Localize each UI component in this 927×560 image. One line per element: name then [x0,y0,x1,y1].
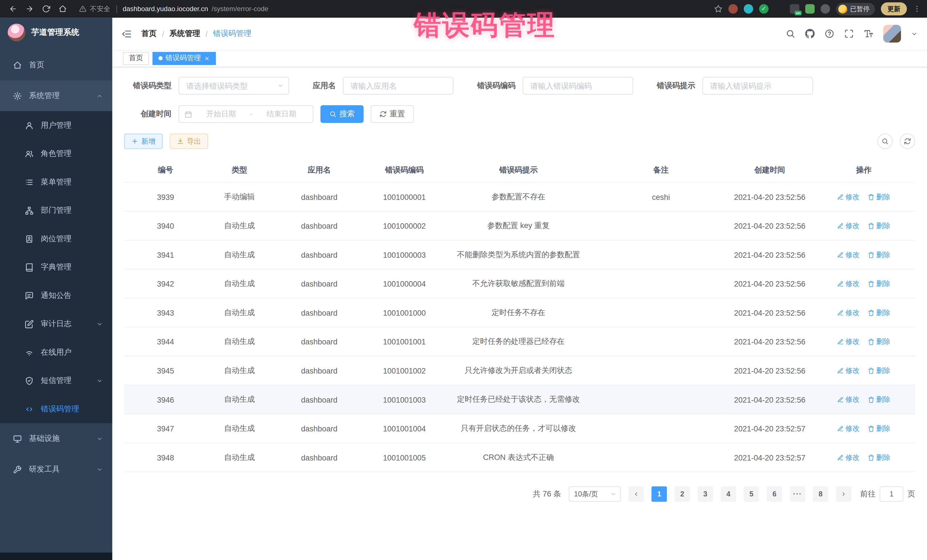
help-icon[interactable] [825,29,834,38]
error-type-select-input[interactable] [179,77,289,94]
edit-link[interactable]: 修改 [837,337,860,346]
browser-update-button[interactable]: 更新 [881,2,907,15]
sidebar-item-dict[interactable]: 字典管理 [0,253,112,281]
sidebar-item-user[interactable]: 用户管理 [0,111,112,140]
search-button[interactable]: 搜索 [320,105,363,123]
edit-link[interactable]: 修改 [837,250,860,260]
github-icon[interactable] [805,29,815,38]
sidebar-item-error-code[interactable]: 错误码管理 [0,395,112,423]
sidebar-item-system[interactable]: 系统管理 [0,80,112,111]
bookmark-star-icon[interactable] [714,5,722,13]
address-bar[interactable]: 不安全 dashboard.yudao.iocoder.cn/system/er… [79,5,712,14]
avatar-caret-icon[interactable] [911,30,918,37]
delete-link[interactable]: 删除 [868,250,891,260]
export-button[interactable]: 导出 [170,134,208,149]
fullscreen-icon[interactable] [844,29,854,38]
browser-home-button[interactable] [56,2,70,15]
browser-menu-icon[interactable] [913,5,921,13]
page-button-2[interactable]: 2 [675,486,690,502]
sidebar-toggle-button[interactable] [122,29,132,39]
sidebar-item-sms[interactable]: 短信管理 [0,366,112,395]
tab-home[interactable]: 首页 [123,52,149,65]
font-size-icon[interactable] [864,29,873,38]
page-size-select[interactable]: 10条/页 [569,486,621,502]
error-code-input[interactable] [523,77,633,94]
edit-link[interactable]: 修改 [837,192,860,202]
browser-reload-button[interactable] [39,2,53,15]
close-icon[interactable] [204,55,210,61]
browser-forward-button[interactable] [23,2,37,15]
delete-link[interactable]: 删除 [868,395,891,405]
add-button[interactable]: 新增 [124,134,163,149]
page-more-button[interactable]: ··· [790,486,805,502]
user-avatar[interactable] [883,25,901,42]
table-row: 3942自动生成dashboard1001000004不允许获取敏感配置到前端2… [124,269,915,298]
page-button-6[interactable]: 6 [767,486,782,502]
extension-icon-5[interactable]: on [790,4,799,14]
end-date-input[interactable] [255,110,307,118]
page-button-3[interactable]: 3 [698,486,713,502]
delete-link-label: 删除 [876,337,891,346]
delete-link[interactable]: 删除 [868,221,891,231]
error-type-select[interactable] [179,77,289,94]
page-button-1[interactable]: 1 [652,486,667,502]
extension-icon-1[interactable] [728,4,738,14]
start-date-input[interactable] [195,110,247,118]
edit-link[interactable]: 修改 [837,395,860,405]
sidebar-item-role[interactable]: 角色管理 [0,140,112,168]
edit-link[interactable]: 修改 [837,423,860,433]
edit-link[interactable]: 修改 [837,452,860,463]
header-search-icon[interactable] [786,29,795,38]
toggle-search-button[interactable] [877,134,893,149]
delete-link[interactable]: 删除 [868,192,891,202]
sidebar-item-audit-log[interactable]: 审计日志 [0,310,112,338]
reset-button[interactable]: 重置 [371,105,414,123]
browser-profile-badge[interactable]: 已暂停 [836,3,875,15]
next-page-button[interactable] [836,486,851,502]
error-hint-input[interactable] [702,77,813,94]
page-button-8[interactable]: 8 [813,486,828,502]
sidebar-item-dept[interactable]: 部门管理 [0,196,112,225]
edit-link[interactable]: 修改 [837,366,860,375]
main-area: 首页 / 系统管理 / 错误码管理 首页 [112,18,927,560]
sidebar-item-label: 在线用户 [41,347,103,358]
sidebar-item-online-user[interactable]: 在线用户 [0,338,112,366]
tab-error-code[interactable]: 错误码管理 [153,52,216,65]
extension-icon-4[interactable] [774,4,784,14]
prev-page-button[interactable] [628,486,644,502]
delete-link-label: 删除 [876,221,891,231]
date-range-picker[interactable]: - [179,105,313,123]
sidebar-item-label: 角色管理 [41,148,103,159]
goto-page-input[interactable] [880,486,903,502]
delete-link[interactable]: 删除 [868,452,891,463]
sidebar-item-home[interactable]: 首页 [0,50,112,80]
extension-icon-3[interactable] [759,4,768,14]
app-logo[interactable]: 芋道管理系统 [0,18,112,47]
breadcrumb-home[interactable]: 首页 [141,28,157,39]
sidebar-item-notice[interactable]: 通知公告 [0,281,112,310]
edit-link[interactable]: 修改 [837,279,860,288]
sidebar-collapse-bar[interactable] [0,552,112,560]
extension-icon-6[interactable] [805,4,815,14]
delete-link[interactable]: 删除 [868,308,891,318]
edit-link[interactable]: 修改 [837,308,860,318]
delete-link[interactable]: 删除 [868,337,891,346]
sidebar-item-infra[interactable]: 基础设施 [0,423,112,454]
edit-link[interactable]: 修改 [837,221,860,231]
app-name-input[interactable] [343,77,453,94]
delete-link[interactable]: 删除 [868,279,891,288]
page-button-5[interactable]: 5 [744,486,759,502]
delete-link[interactable]: 删除 [868,366,891,375]
delete-link[interactable]: 删除 [868,423,891,433]
cell-time: 2021-04-20 23:52:57 [727,414,812,443]
sidebar-item-post[interactable]: 岗位管理 [0,225,112,253]
breadcrumb-system[interactable]: 系统管理 [169,28,200,39]
refresh-table-button[interactable] [900,134,915,149]
extension-icon-7[interactable] [821,4,830,14]
sidebar-item-menu[interactable]: 菜单管理 [0,168,112,196]
url-path: /system/error-code [212,5,268,12]
extension-icon-2[interactable] [744,4,753,14]
page-button-4[interactable]: 4 [721,486,736,502]
browser-back-button[interactable] [6,2,20,15]
sidebar-item-dev-tool[interactable]: 研发工具 [0,454,112,485]
